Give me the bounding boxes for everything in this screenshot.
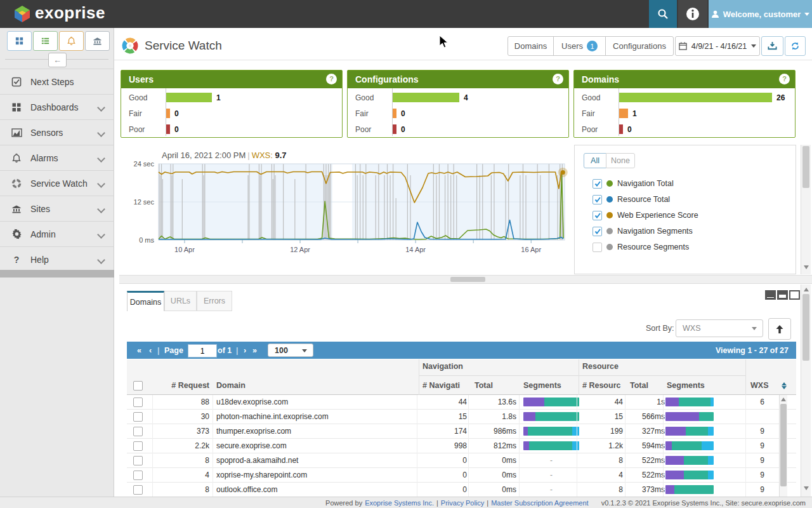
col-requests[interactable]: # Request	[156, 381, 209, 390]
header-tab-domains-label: Domains	[514, 41, 547, 51]
search-icon	[657, 8, 669, 20]
sort-direction-button[interactable]	[768, 318, 791, 340]
col-domain[interactable]: Domain	[216, 381, 246, 390]
row-checkbox[interactable]	[133, 398, 143, 407]
row-checkbox[interactable]	[133, 427, 143, 436]
col-res-segments[interactable]: Segments	[667, 381, 705, 390]
table-row[interactable]: 8spoprod-a.akamaihd.net00ms8522ms9-	[127, 453, 796, 468]
cell-nav_total: 1.8s	[471, 412, 516, 421]
legend-item-navigation-segments[interactable]: Navigation Segments	[593, 226, 693, 236]
legend-none-button[interactable]: None	[606, 153, 635, 168]
header-tab-users[interactable]: Users 1	[553, 36, 606, 56]
row-checkbox[interactable]	[133, 441, 143, 451]
quick-alarms-button[interactable]	[59, 31, 84, 51]
page-prev-button[interactable]: ‹	[149, 342, 152, 359]
sidebar-item-alarms[interactable]: Alarms	[0, 145, 114, 171]
col-nav-total[interactable]: Total	[475, 381, 493, 390]
sidebar-item-sites[interactable]: Sites	[0, 196, 114, 222]
table-row[interactable]: 88u18dev.exoprise.com4413.6s441s6	[127, 395, 796, 410]
select-all-checkbox[interactable]	[133, 381, 143, 391]
legend-item-web-experience-score[interactable]: Web Experience Score	[593, 210, 698, 220]
sidebar-item-sensors[interactable]: Sensors	[0, 120, 114, 145]
row-checkbox[interactable]	[133, 485, 143, 495]
footer-link-company[interactable]: Exoprise Systems Inc.	[365, 499, 434, 507]
table-row[interactable]: 4xoprise-my.sharepoint.com00ms4522ms9-	[127, 468, 796, 483]
chevron-down-icon	[98, 255, 104, 265]
sidebar-item-next-steps[interactable]: Next Steps	[0, 69, 114, 95]
page-next-button[interactable]: ›	[244, 342, 246, 359]
page-first-button[interactable]: «	[137, 342, 141, 359]
header-tab-configurations[interactable]: Configurations	[605, 36, 674, 56]
sort-arrows-icon[interactable]	[782, 382, 787, 389]
quick-sites-button[interactable]	[85, 31, 110, 51]
cell-res_total: 373ms	[627, 485, 665, 494]
layout-chart-only-button[interactable]	[765, 290, 776, 300]
layout-table-only-button[interactable]	[789, 290, 800, 300]
page-number-input[interactable]	[188, 344, 217, 358]
header-tab-domains[interactable]: Domains	[508, 36, 554, 56]
checkbox-checked-icon[interactable]	[593, 211, 602, 220]
scroll-up-arrow-icon[interactable]	[804, 288, 809, 291]
table-row[interactable]: 30photon-machine.int.exoprise.com151.8s1…	[127, 410, 796, 424]
table-row[interactable]: 2.2ksecure.exoprise.com998812ms1.2k594ms…	[127, 439, 796, 453]
table-vertical-scrollbar[interactable]	[779, 395, 787, 497]
lower-pane-vertical-scrollbar[interactable]	[801, 284, 811, 497]
col-nav-segments[interactable]: Segments	[523, 381, 561, 390]
date-range-picker[interactable]: 4/9/21 - 4/16/21	[675, 36, 760, 56]
sidebar-resize-strip[interactable]	[0, 270, 114, 277]
table-row[interactable]: 8outlook.office.com00ms8373ms9-	[127, 483, 796, 497]
legend-all-button[interactable]: All	[584, 153, 606, 168]
legend-item-navigation-total[interactable]: Navigation Total	[593, 178, 674, 189]
quick-dashboards-button[interactable]	[7, 31, 32, 51]
quick-list-button[interactable]	[33, 31, 58, 51]
sidebar-item-admin[interactable]: Admin	[0, 222, 114, 247]
tab-domains[interactable]: Domains	[127, 291, 164, 311]
tab-domains-label: Domains	[130, 298, 161, 307]
row-checkbox[interactable]	[133, 412, 143, 422]
sidebar-item-service-watch[interactable]: Service Watch	[0, 171, 114, 196]
checkbox-unchecked-icon[interactable]	[593, 243, 602, 252]
layout-split-button[interactable]	[777, 290, 788, 300]
tab-errors[interactable]: Errors	[197, 291, 232, 311]
tab-urls[interactable]: URLs	[164, 291, 197, 311]
scroll-down-arrow-icon[interactable]	[804, 265, 809, 269]
chart-area-horizontal-scrollbar[interactable]	[119, 275, 812, 284]
table-row[interactable]: 373thumper.exoprise.com174986ms199327ms9	[127, 424, 796, 439]
chart-area-vertical-scrollbar[interactable]	[801, 145, 811, 274]
info-button[interactable]	[678, 0, 707, 28]
footer-link-msa[interactable]: Master Subscription Agreement	[491, 499, 588, 507]
col-res-count[interactable]: # Resourc	[582, 381, 620, 390]
scroll-up-arrow-icon[interactable]	[781, 398, 786, 401]
help-icon[interactable]: ?	[326, 74, 337, 84]
refresh-button[interactable]	[785, 36, 806, 56]
search-button[interactable]	[649, 0, 677, 28]
checkbox-checked-icon[interactable]	[593, 179, 602, 189]
cell-domain: photon-machine.int.exoprise.com	[216, 412, 417, 421]
cell-res_count: 8	[579, 456, 623, 465]
page-last-button[interactable]: »	[252, 342, 257, 359]
checkbox-checked-icon[interactable]	[593, 195, 602, 204]
col-wxs[interactable]: WXS	[750, 381, 768, 390]
sidebar-item-help[interactable]: ?Help	[0, 247, 114, 272]
status-value: 0	[401, 125, 405, 134]
checkbox-checked-icon[interactable]	[593, 227, 602, 236]
col-res-total[interactable]: Total	[630, 381, 648, 390]
sidebar-collapse-button[interactable]: ←	[48, 53, 67, 67]
col-nav-count[interactable]: # Navigati	[422, 381, 460, 390]
table-header-row: # Request Domain # Navigati Total Segmen…	[127, 376, 796, 395]
welcome-menu[interactable]: Welcome, customer	[709, 0, 812, 28]
sort-by-select[interactable]: WXS	[676, 319, 763, 337]
header-tab-configurations-label: Configurations	[613, 41, 666, 51]
scroll-down-arrow-icon[interactable]	[804, 486, 809, 490]
export-button[interactable]	[761, 36, 783, 56]
legend-item-resource-segments[interactable]: Resource Segments	[593, 242, 689, 252]
row-checkbox[interactable]	[133, 471, 143, 480]
row-checkbox[interactable]	[133, 456, 143, 465]
footer-link-privacy[interactable]: Privacy Policy	[441, 499, 484, 507]
help-icon[interactable]: ?	[779, 74, 790, 84]
legend-item-resource-total[interactable]: Resource Total	[593, 194, 670, 204]
page-size-select[interactable]: 100	[268, 344, 313, 357]
service-watch-chart[interactable]: 10 Apr12 Apr14 Apr16 Apr24 sec12 sec0 ms	[121, 159, 571, 257]
help-icon[interactable]: ?	[553, 74, 563, 84]
sidebar-item-dashboards[interactable]: Dashboards	[0, 95, 114, 120]
